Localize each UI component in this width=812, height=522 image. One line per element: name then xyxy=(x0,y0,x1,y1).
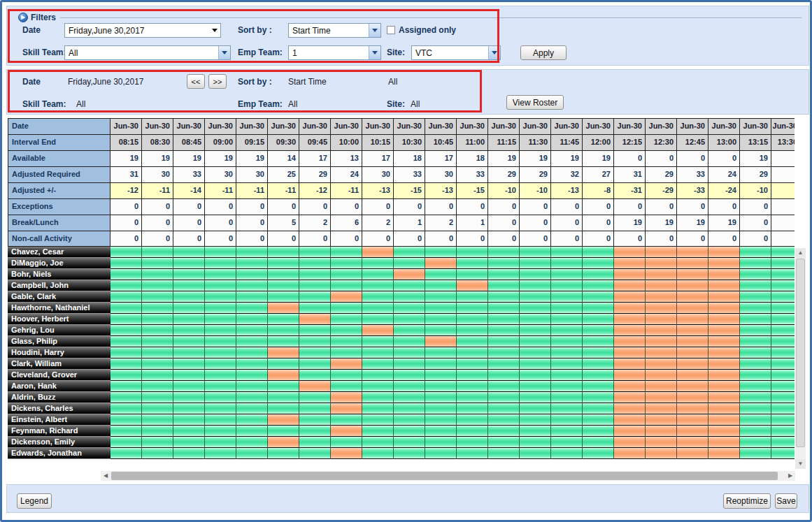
schedule-break-cell[interactable] xyxy=(646,247,677,258)
schedule-work-cell[interactable] xyxy=(740,269,771,280)
schedule-work-cell[interactable] xyxy=(520,269,551,280)
schedule-work-cell[interactable] xyxy=(362,437,394,448)
schedule-work-cell[interactable] xyxy=(142,325,173,336)
schedule-work-cell[interactable] xyxy=(488,414,520,426)
schedule-work-cell[interactable] xyxy=(299,247,331,258)
schedule-break-cell[interactable] xyxy=(677,381,708,392)
schedule-work-cell[interactable] xyxy=(771,381,795,392)
schedule-work-cell[interactable] xyxy=(551,403,583,414)
schedule-break-cell[interactable] xyxy=(268,347,299,358)
schedule-work-cell[interactable] xyxy=(488,437,520,448)
schedule-break-cell[interactable] xyxy=(331,392,362,403)
schedule-work-cell[interactable] xyxy=(740,303,771,314)
schedule-work-cell[interactable] xyxy=(236,448,268,459)
schedule-work-cell[interactable] xyxy=(236,336,268,347)
schedule-work-cell[interactable] xyxy=(425,303,457,314)
schedule-work-cell[interactable] xyxy=(331,280,362,291)
next-day-button[interactable]: >> xyxy=(208,74,227,89)
schedule-work-cell[interactable] xyxy=(299,280,331,291)
schedule-work-cell[interactable] xyxy=(583,280,614,291)
schedule-work-cell[interactable] xyxy=(520,258,551,269)
schedule-work-cell[interactable] xyxy=(457,247,488,258)
dropdown-arrow-icon[interactable] xyxy=(369,24,380,37)
schedule-work-cell[interactable] xyxy=(740,426,771,437)
employee-name[interactable]: Dickenson, Emily xyxy=(8,437,111,448)
schedule-work-cell[interactable] xyxy=(583,381,614,392)
schedule-work-cell[interactable] xyxy=(394,280,425,291)
schedule-work-cell[interactable] xyxy=(771,414,795,426)
schedule-break-cell[interactable] xyxy=(614,258,646,269)
schedule-work-cell[interactable] xyxy=(142,258,173,269)
schedule-work-cell[interactable] xyxy=(488,426,520,437)
schedule-work-cell[interactable] xyxy=(142,414,173,426)
schedule-work-cell[interactable] xyxy=(551,392,583,403)
schedule-work-cell[interactable] xyxy=(268,358,299,370)
schedule-work-cell[interactable] xyxy=(362,291,394,303)
schedule-work-cell[interactable] xyxy=(205,381,236,392)
vertical-scrollbar-thumb[interactable] xyxy=(796,259,805,447)
schedule-work-cell[interactable] xyxy=(425,414,457,426)
schedule-work-cell[interactable] xyxy=(394,247,425,258)
schedule-break-cell[interactable] xyxy=(708,370,740,381)
schedule-work-cell[interactable] xyxy=(520,247,551,258)
schedule-work-cell[interactable] xyxy=(551,448,583,459)
schedule-work-cell[interactable] xyxy=(740,291,771,303)
schedule-work-cell[interactable] xyxy=(299,370,331,381)
schedule-break-cell[interactable] xyxy=(614,370,646,381)
schedule-work-cell[interactable] xyxy=(111,414,142,426)
schedule-work-cell[interactable] xyxy=(173,381,205,392)
schedule-work-cell[interactable] xyxy=(457,258,488,269)
horizontal-scrollbar[interactable]: ◀ ▶ xyxy=(101,471,795,481)
schedule-work-cell[interactable] xyxy=(299,448,331,459)
employee-name[interactable]: Campbell, John xyxy=(8,280,111,291)
schedule-work-cell[interactable] xyxy=(173,392,205,403)
schedule-break-cell[interactable] xyxy=(708,247,740,258)
schedule-work-cell[interactable] xyxy=(488,280,520,291)
schedule-work-cell[interactable] xyxy=(520,291,551,303)
schedule-work-cell[interactable] xyxy=(488,291,520,303)
schedule-work-cell[interactable] xyxy=(520,314,551,325)
schedule-break-cell[interactable] xyxy=(394,269,425,280)
schedule-work-cell[interactable] xyxy=(457,381,488,392)
schedule-break-cell[interactable] xyxy=(646,303,677,314)
schedule-work-cell[interactable] xyxy=(173,280,205,291)
schedule-work-cell[interactable] xyxy=(205,347,236,358)
schedule-work-cell[interactable] xyxy=(583,303,614,314)
schedule-break-cell[interactable] xyxy=(268,370,299,381)
schedule-work-cell[interactable] xyxy=(268,291,299,303)
sort-by-combo[interactable]: Start Time xyxy=(288,23,381,38)
schedule-work-cell[interactable] xyxy=(488,247,520,258)
schedule-work-cell[interactable] xyxy=(771,325,795,336)
schedule-work-cell[interactable] xyxy=(488,303,520,314)
employee-name[interactable]: Einstein, Albert xyxy=(8,414,111,426)
schedule-work-cell[interactable] xyxy=(331,303,362,314)
schedule-work-cell[interactable] xyxy=(488,347,520,358)
schedule-work-cell[interactable] xyxy=(520,381,551,392)
schedule-break-cell[interactable] xyxy=(646,437,677,448)
schedule-work-cell[interactable] xyxy=(362,280,394,291)
schedule-work-cell[interactable] xyxy=(205,314,236,325)
schedule-break-cell[interactable] xyxy=(677,448,708,459)
schedule-work-cell[interactable] xyxy=(173,325,205,336)
schedule-work-cell[interactable] xyxy=(425,347,457,358)
schedule-break-cell[interactable] xyxy=(677,303,708,314)
schedule-work-cell[interactable] xyxy=(331,269,362,280)
schedule-work-cell[interactable] xyxy=(457,426,488,437)
apply-button[interactable]: Apply xyxy=(520,45,567,60)
schedule-work-cell[interactable] xyxy=(771,358,795,370)
schedule-work-cell[interactable] xyxy=(740,370,771,381)
schedule-work-cell[interactable] xyxy=(205,437,236,448)
schedule-work-cell[interactable] xyxy=(173,269,205,280)
schedule-break-cell[interactable] xyxy=(677,291,708,303)
schedule-work-cell[interactable] xyxy=(394,258,425,269)
schedule-work-cell[interactable] xyxy=(425,392,457,403)
schedule-work-cell[interactable] xyxy=(394,314,425,325)
schedule-break-cell[interactable] xyxy=(614,381,646,392)
schedule-work-cell[interactable] xyxy=(331,414,362,426)
schedule-work-cell[interactable] xyxy=(299,414,331,426)
schedule-work-cell[interactable] xyxy=(299,392,331,403)
schedule-break-cell[interactable] xyxy=(362,325,394,336)
schedule-break-cell[interactable] xyxy=(677,258,708,269)
schedule-work-cell[interactable] xyxy=(425,314,457,325)
schedule-work-cell[interactable] xyxy=(299,347,331,358)
